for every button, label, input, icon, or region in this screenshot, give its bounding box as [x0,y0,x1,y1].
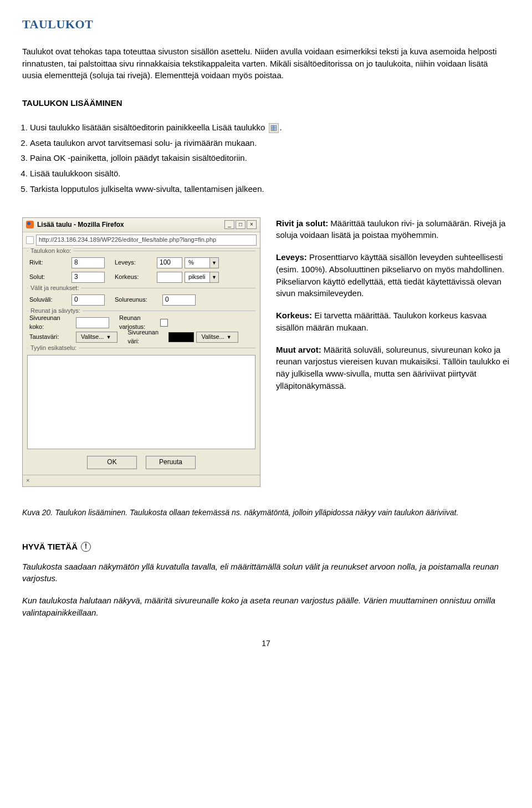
page-title: TAULUKOT [22,16,510,33]
good-to-know-label: HYVÄ TIETÄÄ [22,541,78,553]
group-label-size: Taulukon koko: [28,247,73,256]
step-1-text-a: Uusi taulukko lisätään sisältöeditorin p… [30,123,265,132]
maximize-button[interactable]: □ [236,220,245,229]
chevron-down-icon: ▼ [209,258,218,268]
label-rows: Rivit: [29,258,69,267]
group-table-size: Taulukon koko: Rivit: 8 Leveys: 100 % ▼ … [27,251,255,286]
close-button[interactable]: × [247,220,257,229]
label-cellspacing: Soluväli: [29,296,69,304]
description-column: Rivit ja solut: Määrittää taulukon rivi-… [276,217,510,402]
select-height-unit[interactable]: pikseli ▼ [185,272,219,283]
dialog-titlebar: Lisää taulu - Mozilla Firefox _ □ × [23,218,260,232]
group-borders: Reunat ja sävytys: Sivureunan koko: Reun… [27,311,255,345]
desc-rows-cols: Rivit ja solut: Määrittää taulukon rivi-… [276,217,510,242]
input-cellspacing[interactable]: 0 [71,294,105,306]
step-5: Tarkista lopputulos julkiselta www-sivul… [30,183,510,195]
good-to-know-heading: HYVÄ TIETÄÄ [22,541,91,553]
ok-button[interactable]: OK [87,456,137,469]
label-bordercolor: Sivureunan väri: [127,328,166,346]
label-width: Leveys: [115,258,155,267]
label-bordersize: Sivureunan koko: [29,314,74,332]
style-preview [27,355,255,449]
step-1: Uusi taulukko lisätään sisältöeditorin p… [30,121,510,134]
steps-list: Uusi taulukko lisätään sisältöeditorin p… [22,121,510,195]
height-unit-value: pikseli [185,273,209,282]
input-bordersize[interactable] [76,317,109,328]
label-cellborder: Solureunus: [115,296,160,304]
bordercolor-swatch [168,332,194,342]
good-to-know-p2: Kun taulukosta halutaan näkyvä, määritä … [22,594,510,619]
step-2: Aseta taulukon arvot tarvitsemasi solu- … [30,137,510,149]
label-height: Korkeus: [115,273,155,282]
dialog-title: Lisää taulu - Mozilla Firefox [37,220,124,230]
bgcolor-value: Valitse... [81,333,104,342]
step-4: Lisää taulukkoon sisältö. [30,167,510,180]
chevron-down-icon: ▼ [106,334,112,341]
label-cols: Solut: [29,273,69,282]
checkbox-bordershadow[interactable] [160,319,168,327]
input-cols[interactable]: 3 [71,272,105,283]
step-3: Paina OK -painiketta, jolloin päädyt tak… [30,152,510,164]
desc-other: Muut arvot: Määritä soluväli, solureunus… [276,344,510,392]
page-icon [26,236,34,244]
step-1-text-b: . [280,123,282,132]
firefox-icon [26,221,34,228]
input-height[interactable] [157,272,182,283]
desc-height: Korkeus: Ei tarvetta määrittää. Taulukon… [276,309,510,334]
input-rows[interactable]: 8 [71,257,105,268]
input-cellborder[interactable]: 0 [162,294,196,306]
good-to-know-p1: Taulukosta saadaan näkymätön yllä kuvatu… [22,561,510,585]
minimize-button[interactable]: _ [224,220,234,229]
group-label-preview: Tyylin esikatselu: [28,344,79,353]
info-icon [81,542,91,552]
chevron-down-icon: ▼ [227,334,233,341]
table-icon [269,123,279,133]
figure-caption: Kuva 20. Taulukon lisääminen. Taulukosta… [22,507,510,519]
label-bgcolor: Taustaväri: [29,333,74,342]
chevron-down-icon: ▼ [209,272,218,282]
width-unit-value: % [185,258,209,267]
select-width-unit[interactable]: % ▼ [185,257,219,268]
page-number: 17 [22,638,510,649]
dialog-statusbar: × [23,475,260,486]
select-bordercolor[interactable]: Valitse... ▼ [196,332,238,343]
group-label-borders: Reunat ja sävytys: [28,307,83,316]
insert-table-dialog: Lisää taulu - Mozilla Firefox _ □ × http… [22,217,260,487]
group-preview: Tyylin esikatselu: [27,348,255,353]
desc-width: Leveys: Prosenttiarvo käyttää sisällön l… [276,251,510,299]
select-bgcolor[interactable]: Valitse... ▼ [76,332,117,343]
section-heading-add-table: TAULUKON LISÄÄMINEN [22,97,510,109]
address-input[interactable]: http://213.186.234.189/WP226/editor_file… [36,235,257,246]
bordercolor-value: Valitse... [201,333,224,342]
cancel-button[interactable]: Peruuta [146,456,196,469]
group-spacing: Välit ja reunukset: Soluväli: 0 Solureun… [27,288,255,308]
group-label-spacing: Välit ja reunukset: [28,284,81,293]
address-bar-row: http://213.186.234.189/WP226/editor_file… [23,232,260,248]
input-width[interactable]: 100 [157,257,182,268]
intro-paragraph: Taulukot ovat tehokas tapa toteuttaa siv… [22,45,510,82]
